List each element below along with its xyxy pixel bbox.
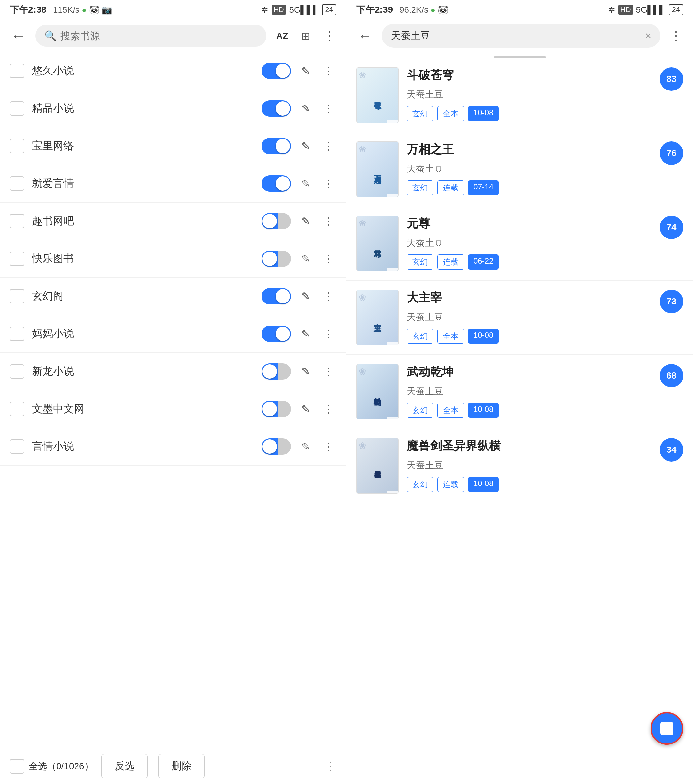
left-status-bar: 下午2:38 115K/s ● 🐼 📷 ✲ HD 5G▌▌▌ 24 (0, 0, 346, 20)
edit-icon[interactable]: ✎ (299, 438, 313, 455)
book-tags: 玄幻全本10-08 (407, 329, 683, 344)
tag: 连载 (437, 254, 464, 270)
tag: 全本 (437, 106, 464, 121)
book-item[interactable]: ❀ 魔兽剑圣异界纵横 天蚕土豆 魔兽剑圣异界纵横 天蚕土豆 玄幻连载10-08 … (346, 429, 693, 503)
edit-icon[interactable]: ✎ (299, 362, 313, 380)
more-icon[interactable]: ⋮ (321, 137, 337, 155)
clear-search-button[interactable]: × (645, 30, 651, 42)
edit-icon[interactable]: ✎ (299, 137, 313, 155)
source-checkbox[interactable] (10, 139, 24, 153)
edit-icon[interactable]: ✎ (299, 325, 313, 343)
source-toggle[interactable] (262, 175, 291, 192)
select-all-label: 全选（0/1026） (29, 760, 94, 772)
book-info: 万相之王 天蚕土豆 玄幻连载07-14 (407, 142, 683, 195)
flower-deco-icon: ❀ (359, 292, 366, 303)
more-icon[interactable]: ⋮ (321, 362, 337, 380)
more-icon[interactable]: ⋮ (321, 100, 337, 117)
more-icon[interactable]: ⋮ (321, 62, 337, 80)
tag: 玄幻 (407, 254, 434, 270)
tag: 玄幻 (407, 477, 434, 492)
source-checkbox[interactable] (10, 64, 24, 78)
tag: 全本 (437, 329, 464, 344)
stop-icon (660, 722, 673, 735)
edit-icon[interactable]: ✎ (299, 212, 313, 230)
more-icon[interactable]: ⋮ (321, 400, 337, 418)
right-back-button[interactable]: ← (354, 25, 375, 47)
flower-deco-icon: ❀ (359, 366, 366, 377)
edit-icon[interactable]: ✎ (299, 250, 313, 268)
cover-author: 天蚕土豆 (387, 268, 398, 271)
source-checkbox[interactable] (10, 289, 24, 303)
source-checkbox[interactable] (10, 176, 24, 191)
source-toggle[interactable] (262, 438, 291, 455)
flower-deco-icon: ❀ (359, 144, 366, 155)
book-item[interactable]: ❀ 大主宰 天蚕土豆 大主宰 天蚕土豆 玄幻全本10-08 73 (346, 281, 693, 355)
stop-button[interactable] (650, 712, 683, 745)
book-item[interactable]: ❀ 武动乾坤 天蚕土豆 武动乾坤 天蚕土豆 玄幻全本10-08 68 (346, 355, 693, 429)
more-icon[interactable]: ⋮ (321, 250, 337, 268)
more-icon[interactable]: ⋮ (321, 325, 337, 343)
source-toggle[interactable] (262, 288, 291, 305)
signal-icon: 5G▌▌▌ (289, 5, 319, 15)
count-badge: 74 (660, 216, 683, 239)
source-toggle[interactable] (262, 326, 291, 342)
more-icon[interactable]: ⋮ (321, 212, 337, 230)
sort-button[interactable]: ⊞ (298, 26, 314, 45)
left-more-button[interactable]: ⋮ (320, 26, 338, 46)
select-all-checkbox[interactable] (10, 759, 24, 774)
source-checkbox[interactable] (10, 101, 24, 115)
source-toggle[interactable] (262, 63, 291, 79)
edit-icon[interactable]: ✎ (299, 100, 313, 117)
book-tags: 玄幻连载07-14 (407, 180, 683, 195)
select-all-area[interactable]: 全选（0/1026） (10, 759, 94, 774)
source-toggle[interactable] (262, 100, 291, 117)
right-more-button[interactable]: ⋮ (667, 26, 685, 46)
right-status-icons: ✲ HD 5G▌▌▌ 24 (608, 4, 683, 15)
flower-deco-icon: ❀ (359, 218, 366, 229)
bottom-more-icon[interactable]: ⋮ (325, 759, 337, 773)
right-search-bar[interactable]: 天蚕土豆 × (382, 24, 660, 48)
az-sort-button[interactable]: AZ (273, 28, 292, 44)
source-checkbox[interactable] (10, 252, 24, 266)
more-icon[interactable]: ⋮ (321, 287, 337, 305)
book-cover: ❀ 斗破苍穹 天蚕土豆 (356, 67, 399, 123)
left-back-button[interactable]: ← (8, 25, 29, 47)
book-author: 天蚕土豆 (407, 163, 683, 175)
book-title: 武动乾坤 (407, 364, 683, 380)
source-item: 新龙小说 ✎ ⋮ (0, 353, 346, 390)
book-item[interactable]: ❀ 万相之王 天蚕土豆 万相之王 天蚕土豆 玄幻连载07-14 76 (346, 132, 693, 206)
edit-icon[interactable]: ✎ (299, 175, 313, 193)
edit-icon[interactable]: ✎ (299, 400, 313, 418)
tag: 玄幻 (407, 403, 434, 418)
source-toggle[interactable] (262, 138, 291, 154)
source-checkbox[interactable] (10, 402, 24, 416)
book-info: 大主宰 天蚕土豆 玄幻全本10-08 (407, 290, 683, 344)
book-tags: 玄幻全本10-08 (407, 403, 683, 418)
book-cover: ❀ 魔兽剑圣异界纵横 天蚕土豆 (356, 438, 399, 494)
book-item[interactable]: ❀ 元尊 天蚕土豆 元尊 天蚕土豆 玄幻连载06-22 74 (346, 206, 693, 281)
source-toggle[interactable] (262, 363, 291, 380)
book-info: 元尊 天蚕土豆 玄幻连载06-22 (407, 216, 683, 270)
left-search-bar[interactable]: 🔍 (35, 25, 266, 47)
source-checkbox[interactable] (10, 364, 24, 379)
source-toggle[interactable] (262, 401, 291, 417)
more-icon[interactable]: ⋮ (321, 438, 337, 455)
source-item: 宝里网络 ✎ ⋮ (0, 127, 346, 165)
source-checkbox[interactable] (10, 439, 24, 454)
left-panel: 下午2:38 115K/s ● 🐼 📷 ✲ HD 5G▌▌▌ 24 ← 🔍 AZ… (0, 0, 346, 784)
source-toggle[interactable] (262, 213, 291, 229)
source-name: 悠久小说 (32, 64, 254, 78)
source-toggle[interactable] (262, 250, 291, 267)
tag-date: 10-08 (468, 477, 498, 492)
inverse-select-button[interactable]: 反选 (101, 754, 148, 779)
more-icon[interactable]: ⋮ (321, 175, 337, 193)
source-name: 就爱言情 (32, 176, 254, 191)
count-badge: 73 (660, 290, 683, 313)
edit-icon[interactable]: ✎ (299, 62, 313, 80)
edit-icon[interactable]: ✎ (299, 287, 313, 305)
book-item[interactable]: ❀ 斗破苍穹 天蚕土豆 斗破苍穹 天蚕土豆 玄幻全本10-08 83 (346, 58, 693, 132)
source-checkbox[interactable] (10, 327, 24, 341)
source-checkbox[interactable] (10, 214, 24, 228)
left-search-input[interactable] (61, 30, 257, 41)
delete-button[interactable]: 删除 (158, 754, 205, 779)
